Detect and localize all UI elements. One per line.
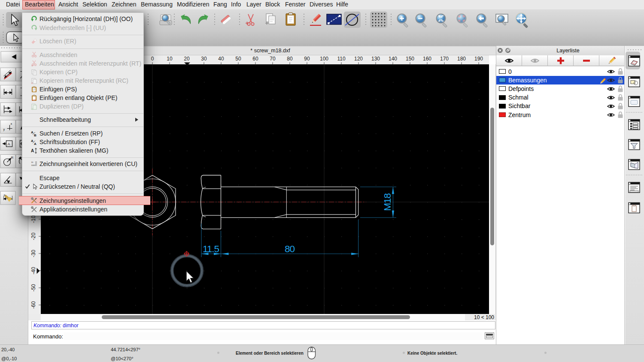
svg-text:120: 120	[354, 56, 363, 62]
svg-text:40: 40	[218, 56, 224, 62]
svg-text:R: R	[11, 156, 14, 160]
svg-text:11.5: 11.5	[203, 244, 219, 254]
svg-text:B: B	[34, 133, 36, 137]
svg-text:A: A	[34, 142, 36, 145]
svg-text:100: 100	[320, 56, 328, 62]
svg-text:50: 50	[235, 56, 241, 62]
svg-text:60: 60	[252, 56, 258, 62]
svg-text:130: 130	[371, 56, 380, 62]
svg-text:20: 20	[184, 56, 190, 62]
svg-text:-30: -30	[30, 250, 36, 257]
svg-text:A: A	[31, 139, 33, 143]
svg-text:80: 80	[285, 244, 295, 254]
svg-text:y: y	[3, 127, 5, 131]
svg-text:-10: -10	[30, 215, 36, 223]
svg-text:x: x	[11, 122, 12, 126]
svg-text:110: 110	[337, 56, 345, 62]
svg-text:160: 160	[423, 56, 431, 62]
svg-text:180: 180	[457, 56, 466, 62]
svg-text:-60: -60	[30, 301, 36, 309]
svg-text:M18: M18	[382, 193, 393, 211]
svg-text:0: 0	[151, 56, 154, 62]
svg-text:-50: -50	[30, 284, 36, 292]
svg-text:80: 80	[287, 56, 293, 62]
svg-text:30: 30	[201, 56, 207, 62]
svg-text:in: in	[31, 161, 33, 163]
svg-text:170: 170	[440, 56, 449, 62]
svg-text:A: A	[31, 130, 33, 134]
svg-text:150: 150	[406, 56, 414, 62]
svg-text:mm: mm	[31, 164, 36, 166]
svg-text:90: 90	[304, 56, 310, 62]
svg-text:10: 10	[167, 56, 173, 62]
svg-text:A: A	[31, 148, 34, 153]
svg-text:Layerliste: Layerliste	[556, 48, 580, 54]
svg-text:A: A	[8, 142, 10, 146]
svg-text:70: 70	[270, 56, 276, 62]
svg-text:-20: -20	[30, 232, 36, 240]
svg-text:190: 190	[474, 56, 483, 62]
svg-text:140: 140	[389, 56, 397, 62]
svg-text:-40: -40	[30, 267, 36, 275]
